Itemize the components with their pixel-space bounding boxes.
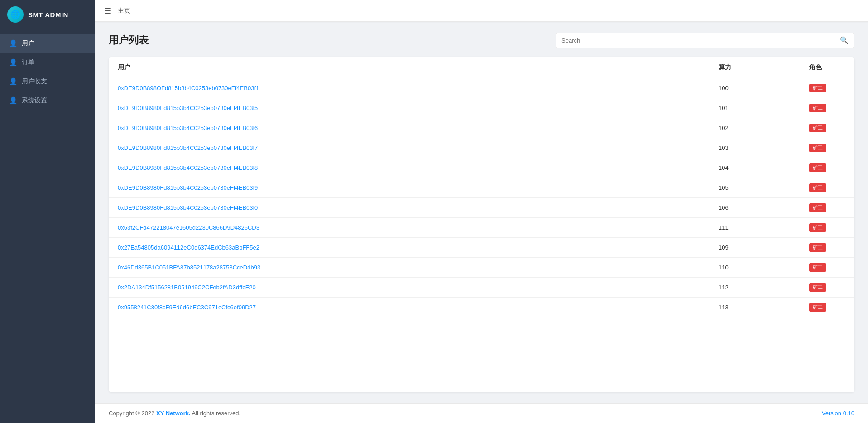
role-badge: 矿工 <box>809 203 826 212</box>
user-address-cell: 0xDE9D0B8980Fd815b3b4C0253eb0730eFf4EB03… <box>109 178 710 198</box>
role-cell: 矿工 <box>800 218 854 238</box>
table-row: 0x27Ea54805da6094112eC0d6374EdCb63aBbFF5… <box>109 238 854 258</box>
sidebar-item-orders[interactable]: 👤 订单 <box>0 53 95 72</box>
user-address-link[interactable]: 0xDE9D0B8980Fd815b3b4C0253eb0730eFf4EB03… <box>118 144 258 151</box>
user-address-link[interactable]: 0x63f2CFd472218047e1605d2230C866D9D4826C… <box>118 224 259 231</box>
role-cell: 矿工 <box>800 198 854 218</box>
search-button[interactable]: 🔍 <box>834 33 854 48</box>
user-address-link[interactable]: 0xDE9D0B8980Fd815b3b4C0253eb0730eFf4EB03… <box>118 105 258 111</box>
role-badge: 矿工 <box>809 124 826 132</box>
role-cell: 矿工 <box>800 238 854 258</box>
user-address-cell: 0x9558241C80f8cF9Ed6d6bEC3C971eCfc6ef09D… <box>109 298 710 317</box>
user-address-link[interactable]: 0xDE9D0B8980Fd815b3b4C0253eb0730eFf4EB03… <box>118 204 258 211</box>
search-box: 🔍 <box>556 33 854 48</box>
role-cell: 矿工 <box>800 178 854 198</box>
hashrate-cell: 110 <box>710 258 800 278</box>
sidebar-item-balance[interactable]: 👤 用户收支 <box>0 72 95 91</box>
footer-version: Version 0.10 <box>822 410 854 417</box>
menu-icon[interactable]: ☰ <box>104 6 111 16</box>
footer-rights: All rights reserved. <box>191 410 241 417</box>
role-cell: 矿工 <box>800 298 854 317</box>
role-badge: 矿工 <box>809 144 826 152</box>
role-cell: 矿工 <box>800 98 854 118</box>
role-cell: 矿工 <box>800 258 854 278</box>
hashrate-cell: 100 <box>710 78 800 98</box>
role-badge: 矿工 <box>809 243 826 252</box>
table-row: 0xDE9D0B8980Fd815b3b4C0253eb0730eFf4EB03… <box>109 98 854 118</box>
user-address-cell: 0xDE9D0B8980Fd815b3b4C0253eb0730eFf4EB03… <box>109 118 710 138</box>
app-logo: 🌐 <box>7 6 24 23</box>
balance-icon: 👤 <box>9 77 17 86</box>
col-user: 用户 <box>109 57 710 78</box>
user-icon: 👤 <box>9 39 17 48</box>
role-badge: 矿工 <box>809 283 826 292</box>
user-address-link[interactable]: 0x9558241C80f8cF9Ed6d6bEC3C971eCfc6ef09D… <box>118 304 256 311</box>
user-table-card: 用户 算力 角色 0xDE9D0B898OFd815b3b4C0253eb073… <box>109 57 854 392</box>
user-address-cell: 0x63f2CFd472218047e1605d2230C866D9D4826C… <box>109 218 710 238</box>
role-badge: 矿工 <box>809 84 826 92</box>
sidebar-item-settings[interactable]: 👤 系统设置 <box>0 91 95 110</box>
sidebar-nav: 👤 用户 👤 订单 👤 用户收支 👤 系统设置 <box>0 29 95 423</box>
sidebar-item-settings-label: 系统设置 <box>22 96 47 105</box>
role-badge: 矿工 <box>809 263 826 272</box>
col-hashrate: 算力 <box>710 57 800 78</box>
table-row: 0xDE9D0B8980Fd815b3b4C0253eb0730eFf4EB03… <box>109 198 854 218</box>
table-row: 0xDE9D0B8980Fd815b3b4C0253eb0730eFf4EB03… <box>109 118 854 138</box>
role-badge: 矿工 <box>809 223 826 232</box>
role-badge: 矿工 <box>809 183 826 192</box>
user-table: 用户 算力 角色 0xDE9D0B898OFd815b3b4C0253eb073… <box>109 57 854 317</box>
col-role: 角色 <box>800 57 854 78</box>
page-header: 用户列表 🔍 <box>109 33 854 48</box>
role-cell: 矿工 <box>800 138 854 158</box>
order-icon: 👤 <box>9 58 17 67</box>
user-address-cell: 0xDE9D0B8980Fd815b3b4C0253eb0730eFf4EB03… <box>109 138 710 158</box>
user-address-cell: 0x27Ea54805da6094112eC0d6374EdCb63aBbFF5… <box>109 238 710 258</box>
table-row: 0x63f2CFd472218047e1605d2230C866D9D4826C… <box>109 218 854 238</box>
user-address-link[interactable]: 0xDE9D0B8980Fd815b3b4C0253eb0730eFf4EB03… <box>118 184 258 191</box>
table-row: 0x2DA134Df5156281B051949C2CFeb2fAD3dffcE… <box>109 278 854 298</box>
hashrate-cell: 112 <box>710 278 800 298</box>
table-row: 0xDE9D0B8980Fd815b3b4C0253eb0730eFf4EB03… <box>109 178 854 198</box>
hashrate-cell: 101 <box>710 98 800 118</box>
table-wrapper: 用户 算力 角色 0xDE9D0B898OFd815b3b4C0253eb073… <box>109 57 854 317</box>
table-header: 用户 算力 角色 <box>109 57 854 78</box>
hashrate-cell: 111 <box>710 218 800 238</box>
page-title: 用户列表 <box>109 34 149 47</box>
table-row: 0x46Dd365B1C051BFA87b8521178a28753CceDdb… <box>109 258 854 278</box>
sidebar-item-users[interactable]: 👤 用户 <box>0 34 95 53</box>
user-address-link[interactable]: 0x46Dd365B1C051BFA87b8521178a28753CceDdb… <box>118 264 260 271</box>
breadcrumb: 主页 <box>118 7 130 15</box>
user-address-link[interactable]: 0x2DA134Df5156281B051949C2CFeb2fAD3dffcE… <box>118 284 256 291</box>
role-badge: 矿工 <box>809 104 826 112</box>
footer: Copyright © 2022 XY Network. All rights … <box>95 403 868 423</box>
search-input[interactable] <box>556 34 834 47</box>
sidebar-item-balance-label: 用户收支 <box>22 77 47 86</box>
user-address-cell: 0x46Dd365B1C051BFA87b8521178a28753CceDdb… <box>109 258 710 278</box>
content-area: 用户列表 🔍 用户 算力 角色 0xDE9D0B898OFd <box>95 22 868 403</box>
sidebar-item-users-label: 用户 <box>22 39 34 48</box>
role-badge: 矿工 <box>809 163 826 172</box>
user-address-cell: 0xDE9D0B8980Fd815b3b4C0253eb0730eFf4EB03… <box>109 98 710 118</box>
user-address-cell: 0xDE9D0B898OFd815b3b4C0253eb0730eFf4EB03… <box>109 78 710 98</box>
hashrate-cell: 104 <box>710 158 800 178</box>
user-address-link[interactable]: 0xDE9D0B898OFd815b3b4C0253eb0730eFf4EB03… <box>118 85 259 91</box>
role-cell: 矿工 <box>800 78 854 98</box>
footer-brand: XY Network. <box>156 410 191 417</box>
topbar: ☰ 主页 <box>95 0 868 22</box>
user-address-link[interactable]: 0x27Ea54805da6094112eC0d6374EdCb63aBbFF5… <box>118 244 259 251</box>
table-row: 0xDE9D0B898OFd815b3b4C0253eb0730eFf4EB03… <box>109 78 854 98</box>
user-address-link[interactable]: 0xDE9D0B8980Fd815b3b4C0253eb0730eFf4EB03… <box>118 164 258 171</box>
hashrate-cell: 113 <box>710 298 800 317</box>
role-cell: 矿工 <box>800 158 854 178</box>
user-address-link[interactable]: 0xDE9D0B8980Fd815b3b4C0253eb0730eFf4EB03… <box>118 125 258 131</box>
hashrate-cell: 109 <box>710 238 800 258</box>
role-cell: 矿工 <box>800 278 854 298</box>
user-address-cell: 0xDE9D0B8980Fd815b3b4C0253eb0730eFf4EB03… <box>109 158 710 178</box>
hashrate-cell: 105 <box>710 178 800 198</box>
hashrate-cell: 103 <box>710 138 800 158</box>
app-title: SMT ADMIN <box>28 11 68 19</box>
user-address-cell: 0xDE9D0B8980Fd815b3b4C0253eb0730eFf4EB03… <box>109 198 710 218</box>
footer-copyright-text: Copyright © 2022 <box>109 410 156 417</box>
role-badge: 矿工 <box>809 303 826 312</box>
settings-icon: 👤 <box>9 96 17 105</box>
